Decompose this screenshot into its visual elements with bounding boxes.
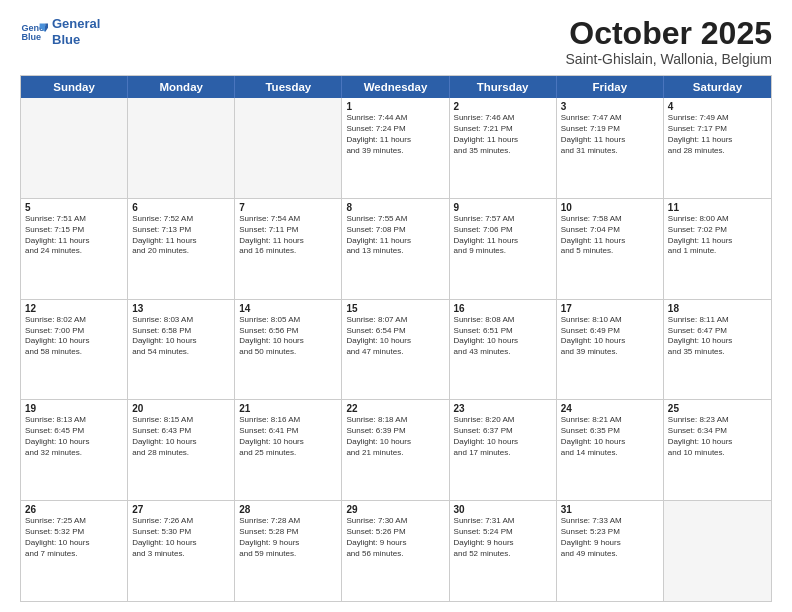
calendar-cell: 31Sunrise: 7:33 AM Sunset: 5:23 PM Dayli… (557, 501, 664, 601)
day-number: 21 (239, 403, 337, 414)
calendar-cell: 6Sunrise: 7:52 AM Sunset: 7:13 PM Daylig… (128, 199, 235, 299)
cell-text: Sunrise: 8:23 AM Sunset: 6:34 PM Dayligh… (668, 415, 767, 458)
calendar-cell: 15Sunrise: 8:07 AM Sunset: 6:54 PM Dayli… (342, 300, 449, 400)
cell-text: Sunrise: 8:00 AM Sunset: 7:02 PM Dayligh… (668, 214, 767, 257)
calendar-header-cell: Tuesday (235, 76, 342, 98)
day-number: 16 (454, 303, 552, 314)
calendar-cell: 30Sunrise: 7:31 AM Sunset: 5:24 PM Dayli… (450, 501, 557, 601)
cell-text: Sunrise: 8:16 AM Sunset: 6:41 PM Dayligh… (239, 415, 337, 458)
cell-text: Sunrise: 8:15 AM Sunset: 6:43 PM Dayligh… (132, 415, 230, 458)
calendar-cell: 11Sunrise: 8:00 AM Sunset: 7:02 PM Dayli… (664, 199, 771, 299)
calendar-cell: 16Sunrise: 8:08 AM Sunset: 6:51 PM Dayli… (450, 300, 557, 400)
cell-text: Sunrise: 7:25 AM Sunset: 5:32 PM Dayligh… (25, 516, 123, 559)
cell-text: Sunrise: 7:47 AM Sunset: 7:19 PM Dayligh… (561, 113, 659, 156)
day-number: 8 (346, 202, 444, 213)
calendar-cell (664, 501, 771, 601)
day-number: 14 (239, 303, 337, 314)
page: General Blue General Blue October 2025 S… (0, 0, 792, 612)
day-number: 1 (346, 101, 444, 112)
calendar-cell: 20Sunrise: 8:15 AM Sunset: 6:43 PM Dayli… (128, 400, 235, 500)
calendar-cell: 4Sunrise: 7:49 AM Sunset: 7:17 PM Daylig… (664, 98, 771, 198)
day-number: 5 (25, 202, 123, 213)
cell-text: Sunrise: 7:57 AM Sunset: 7:06 PM Dayligh… (454, 214, 552, 257)
cell-text: Sunrise: 8:13 AM Sunset: 6:45 PM Dayligh… (25, 415, 123, 458)
day-number: 28 (239, 504, 337, 515)
calendar-cell: 26Sunrise: 7:25 AM Sunset: 5:32 PM Dayli… (21, 501, 128, 601)
calendar-cell: 13Sunrise: 8:03 AM Sunset: 6:58 PM Dayli… (128, 300, 235, 400)
calendar-row: 26Sunrise: 7:25 AM Sunset: 5:32 PM Dayli… (21, 501, 771, 601)
cell-text: Sunrise: 8:05 AM Sunset: 6:56 PM Dayligh… (239, 315, 337, 358)
calendar-cell: 3Sunrise: 7:47 AM Sunset: 7:19 PM Daylig… (557, 98, 664, 198)
subtitle: Saint-Ghislain, Wallonia, Belgium (566, 51, 772, 67)
day-number: 20 (132, 403, 230, 414)
day-number: 3 (561, 101, 659, 112)
calendar-cell: 28Sunrise: 7:28 AM Sunset: 5:28 PM Dayli… (235, 501, 342, 601)
calendar-header-cell: Thursday (450, 76, 557, 98)
calendar-body: 1Sunrise: 7:44 AM Sunset: 7:24 PM Daylig… (21, 98, 771, 601)
cell-text: Sunrise: 7:31 AM Sunset: 5:24 PM Dayligh… (454, 516, 552, 559)
calendar-cell (235, 98, 342, 198)
day-number: 10 (561, 202, 659, 213)
day-number: 25 (668, 403, 767, 414)
calendar-cell: 17Sunrise: 8:10 AM Sunset: 6:49 PM Dayli… (557, 300, 664, 400)
title-block: October 2025 Saint-Ghislain, Wallonia, B… (566, 16, 772, 67)
day-number: 18 (668, 303, 767, 314)
calendar-cell: 2Sunrise: 7:46 AM Sunset: 7:21 PM Daylig… (450, 98, 557, 198)
logo: General Blue General Blue (20, 16, 100, 47)
cell-text: Sunrise: 8:07 AM Sunset: 6:54 PM Dayligh… (346, 315, 444, 358)
cell-text: Sunrise: 8:20 AM Sunset: 6:37 PM Dayligh… (454, 415, 552, 458)
calendar-cell (21, 98, 128, 198)
day-number: 23 (454, 403, 552, 414)
day-number: 19 (25, 403, 123, 414)
cell-text: Sunrise: 7:33 AM Sunset: 5:23 PM Dayligh… (561, 516, 659, 559)
calendar-cell: 9Sunrise: 7:57 AM Sunset: 7:06 PM Daylig… (450, 199, 557, 299)
calendar-cell: 10Sunrise: 7:58 AM Sunset: 7:04 PM Dayli… (557, 199, 664, 299)
calendar-header-cell: Sunday (21, 76, 128, 98)
calendar-cell: 1Sunrise: 7:44 AM Sunset: 7:24 PM Daylig… (342, 98, 449, 198)
day-number: 9 (454, 202, 552, 213)
calendar-cell: 14Sunrise: 8:05 AM Sunset: 6:56 PM Dayli… (235, 300, 342, 400)
calendar-row: 5Sunrise: 7:51 AM Sunset: 7:15 PM Daylig… (21, 199, 771, 300)
calendar-cell: 19Sunrise: 8:13 AM Sunset: 6:45 PM Dayli… (21, 400, 128, 500)
svg-text:Blue: Blue (21, 32, 41, 42)
day-number: 30 (454, 504, 552, 515)
calendar-header-cell: Friday (557, 76, 664, 98)
cell-text: Sunrise: 7:51 AM Sunset: 7:15 PM Dayligh… (25, 214, 123, 257)
day-number: 31 (561, 504, 659, 515)
day-number: 27 (132, 504, 230, 515)
cell-text: Sunrise: 8:21 AM Sunset: 6:35 PM Dayligh… (561, 415, 659, 458)
cell-text: Sunrise: 8:03 AM Sunset: 6:58 PM Dayligh… (132, 315, 230, 358)
calendar-cell: 18Sunrise: 8:11 AM Sunset: 6:47 PM Dayli… (664, 300, 771, 400)
cell-text: Sunrise: 7:58 AM Sunset: 7:04 PM Dayligh… (561, 214, 659, 257)
month-title: October 2025 (566, 16, 772, 51)
calendar-cell (128, 98, 235, 198)
cell-text: Sunrise: 7:55 AM Sunset: 7:08 PM Dayligh… (346, 214, 444, 257)
cell-text: Sunrise: 7:49 AM Sunset: 7:17 PM Dayligh… (668, 113, 767, 156)
calendar-header-cell: Wednesday (342, 76, 449, 98)
day-number: 29 (346, 504, 444, 515)
calendar-row: 1Sunrise: 7:44 AM Sunset: 7:24 PM Daylig… (21, 98, 771, 199)
cell-text: Sunrise: 7:54 AM Sunset: 7:11 PM Dayligh… (239, 214, 337, 257)
day-number: 2 (454, 101, 552, 112)
cell-text: Sunrise: 7:28 AM Sunset: 5:28 PM Dayligh… (239, 516, 337, 559)
calendar-cell: 21Sunrise: 8:16 AM Sunset: 6:41 PM Dayli… (235, 400, 342, 500)
calendar-header: SundayMondayTuesdayWednesdayThursdayFrid… (21, 76, 771, 98)
calendar-cell: 23Sunrise: 8:20 AM Sunset: 6:37 PM Dayli… (450, 400, 557, 500)
cell-text: Sunrise: 8:11 AM Sunset: 6:47 PM Dayligh… (668, 315, 767, 358)
day-number: 17 (561, 303, 659, 314)
cell-text: Sunrise: 7:52 AM Sunset: 7:13 PM Dayligh… (132, 214, 230, 257)
cell-text: Sunrise: 8:02 AM Sunset: 7:00 PM Dayligh… (25, 315, 123, 358)
day-number: 12 (25, 303, 123, 314)
calendar-cell: 27Sunrise: 7:26 AM Sunset: 5:30 PM Dayli… (128, 501, 235, 601)
day-number: 15 (346, 303, 444, 314)
calendar-cell: 25Sunrise: 8:23 AM Sunset: 6:34 PM Dayli… (664, 400, 771, 500)
logo-icon: General Blue (20, 18, 48, 46)
calendar-cell: 24Sunrise: 8:21 AM Sunset: 6:35 PM Dayli… (557, 400, 664, 500)
header: General Blue General Blue October 2025 S… (20, 16, 772, 67)
calendar-row: 19Sunrise: 8:13 AM Sunset: 6:45 PM Dayli… (21, 400, 771, 501)
calendar-cell: 22Sunrise: 8:18 AM Sunset: 6:39 PM Dayli… (342, 400, 449, 500)
calendar-cell: 12Sunrise: 8:02 AM Sunset: 7:00 PM Dayli… (21, 300, 128, 400)
day-number: 13 (132, 303, 230, 314)
calendar: SundayMondayTuesdayWednesdayThursdayFrid… (20, 75, 772, 602)
logo-line2: Blue (52, 32, 100, 48)
